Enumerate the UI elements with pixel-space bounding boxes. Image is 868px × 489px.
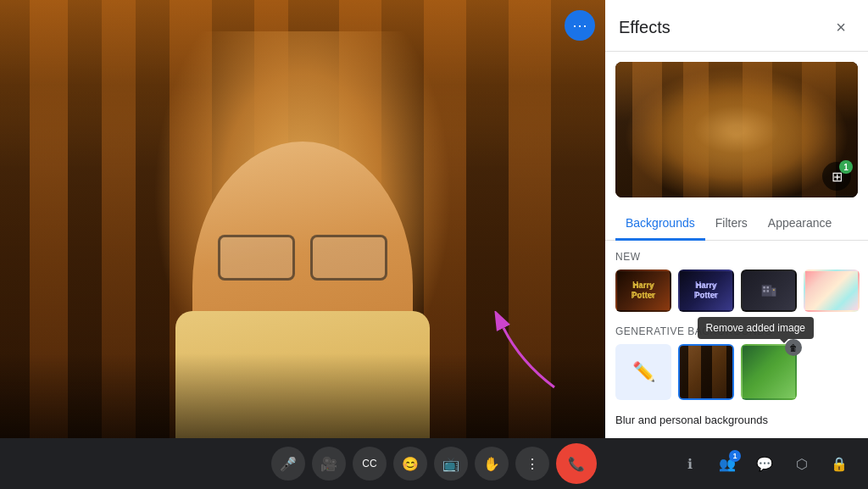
svg-rect-3: [763, 290, 765, 292]
info-icon: ℹ: [687, 456, 693, 472]
effects-title: Effects: [619, 18, 670, 37]
bottom-right-icons: ℹ 👥 1 💬 ⬡ 🔒: [675, 448, 854, 479]
more-toolbar-icon: ⋮: [526, 456, 539, 472]
remove-tooltip: Remove added image: [698, 317, 814, 339]
mic-button[interactable]: 🎤: [271, 447, 305, 481]
generative-section: Generative backgrounds ✏️: [615, 325, 858, 400]
bg-thumb-colorful[interactable]: [804, 270, 860, 312]
building-icon: [760, 282, 777, 299]
end-call-icon: 📞: [568, 456, 585, 472]
camera-icon: 🎥: [320, 456, 337, 472]
mic-icon: 🎤: [280, 456, 297, 472]
tab-filters[interactable]: Filters: [705, 208, 758, 241]
svg-rect-6: [773, 289, 775, 291]
gen-thumb-forest[interactable]: [678, 344, 734, 400]
main-area: ⋯ Effects × ⊞ 1 Backgrounds Filters A: [0, 0, 868, 438]
tab-backgrounds[interactable]: Backgrounds: [615, 208, 705, 241]
raise-hand-icon: ✋: [483, 456, 500, 472]
raise-hand-button[interactable]: ✋: [475, 447, 509, 481]
gen-thumb-wand[interactable]: ✏️: [615, 344, 671, 400]
close-button[interactable]: ×: [827, 14, 854, 41]
layers-count: 1: [839, 160, 853, 174]
svg-rect-2: [767, 286, 770, 289]
svg-rect-4: [767, 290, 770, 292]
dark-bg-inner: [743, 271, 795, 310]
more-options-button[interactable]: ⋯: [565, 10, 595, 41]
info-button[interactable]: ℹ: [675, 448, 705, 479]
bg-thumb-dark[interactable]: [741, 270, 797, 312]
bottom-toolbar: 🎤 🎥 CC 😊 📺 ✋ ⋮ 📞 ℹ 👥 1 💬 ⬡ 🔒: [0, 438, 868, 489]
generative-backgrounds-row: ✏️ Remove added image: [615, 344, 858, 400]
more-toolbar-button[interactable]: ⋮: [515, 447, 549, 481]
hp1-label: HarryPotter: [632, 281, 656, 301]
hp2-label: HarryPotter: [694, 281, 719, 301]
lock-icon: 🔒: [831, 456, 848, 472]
captions-button[interactable]: CC: [353, 447, 387, 481]
gen-thumb-nature-wrapper: Remove added image: [741, 344, 797, 400]
end-call-button[interactable]: 📞: [556, 443, 597, 484]
bg-thumb-hp1[interactable]: HarryPotter: [615, 270, 671, 312]
people-button[interactable]: 👥 1: [712, 448, 743, 479]
svg-rect-1: [763, 286, 765, 289]
new-section-label: New: [615, 251, 858, 263]
hp1-text: HarryPotter: [617, 271, 670, 310]
layers-button[interactable]: ⊞ 1: [822, 162, 851, 191]
more-options-icon: ⋯: [572, 16, 588, 35]
svg-rect-5: [771, 288, 776, 297]
new-backgrounds-row: HarryPotter HarryPotter: [615, 270, 858, 312]
wand-icon: ✏️: [632, 361, 655, 383]
effects-header: Effects ×: [605, 0, 868, 52]
close-icon: ×: [836, 18, 846, 37]
glasses: [218, 235, 387, 277]
lock-button[interactable]: 🔒: [824, 448, 854, 479]
people-badge: 1: [729, 450, 741, 462]
panel-preview: ⊞ 1: [615, 62, 858, 197]
tabs: Backgrounds Filters Appearance: [605, 208, 868, 241]
blur-section-label: Blur and personal backgrounds: [615, 414, 858, 426]
bg-thumb-hp2[interactable]: HarryPotter: [678, 270, 734, 312]
tab-appearance[interactable]: Appearance: [758, 208, 843, 241]
emoji-button[interactable]: 😊: [393, 447, 427, 481]
chat-icon: 💬: [756, 456, 773, 472]
activities-icon: ⬡: [796, 456, 808, 472]
hp2-text: HarryPotter: [680, 271, 732, 310]
effects-panel: Effects × ⊞ 1 Backgrounds Filters Appear…: [605, 0, 868, 438]
video-area: ⋯: [0, 0, 605, 438]
chat-button[interactable]: 💬: [749, 448, 780, 479]
blur-section: Blur and personal backgrounds: [615, 414, 858, 426]
panel-content[interactable]: New HarryPotter HarryPotter: [605, 241, 868, 438]
activities-button[interactable]: ⬡: [787, 448, 817, 479]
screen-share-button[interactable]: 📺: [434, 447, 468, 481]
screen-share-icon: 📺: [442, 456, 459, 472]
forest-trees: [680, 346, 732, 398]
emoji-icon: 😊: [402, 456, 419, 472]
camera-button[interactable]: 🎥: [312, 447, 346, 481]
video-bottom-overlay: [0, 353, 605, 438]
captions-icon: CC: [362, 458, 376, 470]
